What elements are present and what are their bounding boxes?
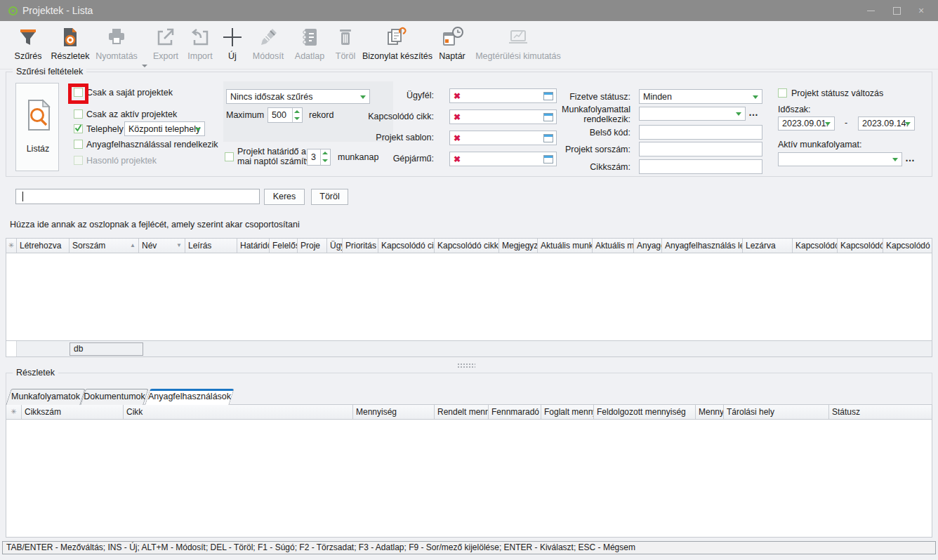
- delete-button[interactable]: Töröl: [330, 24, 361, 66]
- active-workflow-combo[interactable]: [778, 152, 902, 166]
- column-header-menny[interactable]: Menny: [696, 405, 724, 419]
- column-header-ugy[interactable]: Ügy: [327, 239, 343, 253]
- projects-grid[interactable]: ✳ Létrehozva Sorszám▲ Név▼ Leírás Határi…: [6, 238, 932, 357]
- calendar-button[interactable]: Naptár: [434, 24, 470, 66]
- column-header-cikk[interactable]: Cikk: [124, 405, 353, 419]
- active-projects-checkbox[interactable]: [74, 109, 83, 119]
- column-header-nev[interactable]: Név▼: [139, 239, 185, 253]
- column-header-kapcsolodo-cikk[interactable]: Kapcsolódó cikk: [378, 239, 435, 253]
- column-header-felelos[interactable]: Felelős: [270, 239, 298, 253]
- create-document-button[interactable]: Bizonylat készítés: [362, 24, 430, 66]
- max-records-spinner[interactable]: 500: [267, 107, 303, 123]
- list-search-icon: [25, 99, 51, 131]
- column-header-proje[interactable]: Proje: [298, 239, 327, 253]
- export-button[interactable]: Export: [149, 24, 183, 66]
- search-input[interactable]: [15, 189, 260, 204]
- column-header-sorszam[interactable]: Sorszám▲: [70, 239, 139, 253]
- column-header-anyagfelhasznalas-lez[interactable]: Anyagfelhasználás lez: [662, 239, 743, 253]
- paid-status-label: Fizetve státusz:: [484, 92, 630, 102]
- internal-code-input[interactable]: [639, 125, 762, 140]
- export-icon: [149, 24, 183, 51]
- own-projects-label: Csak a saját projektek: [86, 88, 173, 98]
- modify-button[interactable]: Módosít: [247, 24, 289, 66]
- text-caret: [22, 192, 23, 201]
- list-button[interactable]: Listáz: [15, 83, 59, 171]
- period-from-combo[interactable]: 2023.09.01.: [778, 116, 835, 131]
- column-header-anyago[interactable]: Anyago: [634, 239, 662, 253]
- filter-group-title: Szűrési feltételek: [13, 67, 86, 76]
- column-header-prioritas[interactable]: Prioritás: [343, 239, 378, 253]
- item-number-label: Cikkszám:: [484, 162, 630, 173]
- minimize-button[interactable]: [858, 0, 883, 21]
- details-eye-icon: [48, 24, 93, 51]
- tab-munkafolyamatok[interactable]: Munkafolyamatok: [8, 389, 83, 405]
- material-usage-checkbox[interactable]: [74, 140, 83, 149]
- workflow-filter-combo[interactable]: [639, 107, 746, 121]
- column-header-statusz[interactable]: Státusz: [829, 405, 932, 419]
- datasheet-button[interactable]: Adatlap: [291, 24, 329, 66]
- filter-dropdown-icon[interactable]: ▼: [176, 242, 182, 248]
- column-header-kapcsolodo-3[interactable]: Kapcsolódó: [883, 239, 933, 253]
- clear-value-icon[interactable]: ✖: [454, 91, 461, 101]
- status-change-checkbox[interactable]: [778, 88, 787, 98]
- column-header-kapcsolodo-1[interactable]: Kapcsolódó (: [793, 239, 838, 253]
- column-header-cikkszam[interactable]: Cikkszám: [22, 405, 124, 419]
- project-deadline-checkbox[interactable]: [225, 152, 234, 161]
- app-window: Projektek - Lista × Szűrés Részletek Nyo…: [0, 0, 938, 560]
- column-header-tarolasi-hely[interactable]: Tárolási hely: [724, 405, 829, 419]
- close-button[interactable]: ×: [909, 0, 934, 21]
- item-number-input[interactable]: [639, 159, 762, 174]
- column-header-foglalt[interactable]: Foglalt mennyi: [541, 405, 594, 419]
- clear-value-icon[interactable]: ✖: [454, 112, 461, 122]
- material-usage-grid[interactable]: ✳ Cikkszám Cikk Mennyiség Rendelt menny …: [6, 404, 932, 538]
- active-workflow-ellipsis-button[interactable]: …: [905, 152, 916, 164]
- column-header-rendelt-menny[interactable]: Rendelt menny: [435, 405, 489, 419]
- material-usage-label: Anyagfelhasználással rendelkezik: [86, 140, 218, 150]
- splitter-handle[interactable]: [457, 363, 475, 368]
- search-button[interactable]: Keres: [264, 189, 305, 205]
- column-header-fennmarado[interactable]: Fennmaradó m: [489, 405, 541, 419]
- combo-arrow-icon: [753, 95, 758, 99]
- clear-value-icon[interactable]: ✖: [454, 133, 461, 143]
- annotation-highlight-box: [68, 84, 88, 104]
- spinner-arrows[interactable]: [292, 108, 302, 122]
- return-report-button[interactable]: Megtérülési kimutatás: [472, 24, 564, 66]
- column-header-letrehozva[interactable]: Létrehozva: [17, 239, 70, 253]
- clear-search-button[interactable]: Töröl: [311, 189, 348, 205]
- column-header-aktualis-munka[interactable]: Aktuális munka: [538, 239, 593, 253]
- column-header-aktualis-m[interactable]: Aktuális m: [593, 239, 634, 253]
- combo-arrow-icon: [195, 128, 201, 131]
- print-dropdown-icon[interactable]: [142, 65, 147, 67]
- new-button[interactable]: Új: [219, 24, 246, 66]
- active-workflow-label: Aktív munkafolyamat:: [778, 140, 862, 150]
- customer-label: Ügyfél:: [309, 91, 434, 101]
- column-header-hatarido[interactable]: Határidő: [237, 239, 270, 253]
- column-header-feldolgozott[interactable]: Feldolgozott mennyiség: [594, 405, 696, 419]
- column-header-megjegyz[interactable]: Megjegyz: [499, 239, 538, 253]
- title-bar: Projektek - Lista ×: [0, 0, 938, 21]
- column-header-lezarva[interactable]: Lezárva: [743, 239, 793, 253]
- workflow-filter-ellipsis-button[interactable]: …: [748, 107, 759, 118]
- maximize-icon: [893, 7, 901, 15]
- project-number-input[interactable]: [639, 142, 762, 156]
- combo-arrow-icon: [825, 122, 831, 126]
- column-header-leiras[interactable]: Leírás: [185, 239, 237, 253]
- column-header-kapcsolodo-cikksz[interactable]: Kapcsolódó cikksza: [435, 239, 499, 253]
- tab-dokumentumok[interactable]: Dokumentumok: [83, 389, 146, 405]
- print-button[interactable]: Nyomtatás: [94, 24, 139, 66]
- filter-button[interactable]: Szűrés: [10, 24, 46, 66]
- import-button[interactable]: Import: [184, 24, 216, 66]
- tab-anyagfelhasznalasok[interactable]: Anyagfelhasználások: [147, 389, 232, 405]
- notebook-icon: [291, 24, 329, 51]
- maximize-button[interactable]: [884, 0, 909, 21]
- row-indicator-header: ✳: [6, 405, 22, 419]
- clear-value-icon[interactable]: ✖: [454, 154, 461, 164]
- site-checkbox[interactable]: [74, 124, 83, 133]
- column-header-mennyiseg[interactable]: Mennyiség: [353, 405, 435, 419]
- paid-status-combo[interactable]: Minden: [639, 89, 762, 104]
- period-to-combo[interactable]: 2023.09.14.: [858, 116, 915, 131]
- site-label: Telephely: [86, 124, 124, 135]
- site-combo[interactable]: Központi telephely: [124, 121, 205, 136]
- column-header-kapcsolodo-2[interactable]: Kapcsolódó (: [838, 239, 883, 253]
- details-button[interactable]: Részletek: [48, 24, 93, 66]
